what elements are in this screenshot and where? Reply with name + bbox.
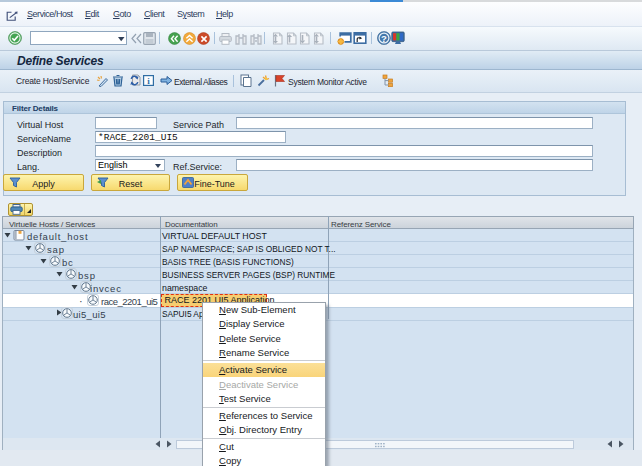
- svg-text:?: ?: [381, 33, 387, 44]
